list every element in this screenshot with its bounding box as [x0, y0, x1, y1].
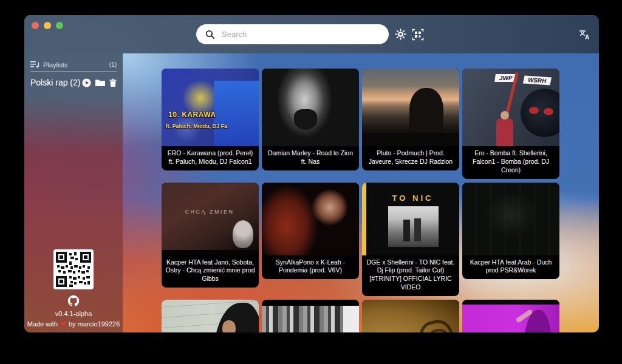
video-thumbnail	[262, 183, 359, 255]
thumb-art	[362, 133, 459, 146]
thumb-overlay-text: WSRH	[523, 75, 552, 85]
video-title: Ero - Bomba ft. Shellerini, Falcon1 - Bo…	[462, 146, 559, 179]
sidebar: Playlists (1) Polski rap (2)	[24, 53, 123, 332]
credit-line: Made with ❤ by marcio199226	[24, 320, 123, 328]
thumb-art	[416, 317, 459, 332]
video-thumbnail	[162, 300, 259, 332]
playlists-label: Playlists	[43, 61, 67, 69]
sidebar-item-playlist[interactable]: Polski rap (2)	[24, 78, 123, 87]
video-grid: 10. KARAWA ft. Paluch, Miodu, DJ Fa ERO …	[162, 69, 599, 332]
video-title: Damian Marley - Road to Zion ft. Nas	[262, 146, 359, 170]
credit-suffix: by marcio199226	[69, 320, 120, 328]
thumb-overlay-text: 10. KARAWA	[168, 110, 216, 119]
video-card[interactable]: CHCĄ ZMIEN Kacper HTA feat Jano, Sobota,…	[162, 183, 259, 288]
video-thumbnail	[462, 183, 559, 255]
sidebar-footer: v0.4.1-alpha Made with ❤ by marcio199226	[24, 249, 123, 328]
video-title: ERO - Karawana (prod. Pereł) ft. Paluch,…	[162, 146, 259, 170]
heart-icon: ❤	[60, 320, 66, 328]
github-icon[interactable]	[24, 295, 123, 307]
minimize-button[interactable]	[44, 22, 51, 29]
video-thumbnail	[262, 69, 359, 146]
playlist-list-icon	[30, 61, 39, 69]
thumb-art	[222, 320, 236, 332]
video-title: SynAlkaPono x K-Leah - Pondemia (prod. V…	[262, 255, 359, 280]
video-thumbnail: CHCĄ ZMIEN	[162, 183, 259, 255]
video-thumbnail	[262, 300, 359, 332]
thumb-art	[388, 206, 439, 247]
trash-icon[interactable]	[109, 78, 117, 87]
translate-icon[interactable]: A	[578, 29, 590, 41]
search-input[interactable]	[222, 30, 381, 39]
close-button[interactable]	[32, 22, 39, 29]
folder-icon[interactable]	[95, 79, 105, 87]
video-card[interactable]: Damian Marley - Road to Zion ft. Nas	[262, 69, 359, 170]
video-title: Kacper HTA feat Arab - Duch prod PSR&Wor…	[462, 255, 559, 280]
video-card[interactable]: TO NIC DGE x Shellerini - TO NIC feat. D…	[362, 183, 459, 296]
thumb-art	[524, 310, 552, 332]
thumb-art	[214, 81, 259, 146]
video-card[interactable]	[462, 300, 559, 332]
main-content: 10. KARAWA ft. Paluch, Miodu, DJ Fa ERO …	[123, 53, 599, 332]
video-card[interactable]	[162, 300, 259, 332]
thumb-overlay-text: TO NIC	[366, 194, 459, 203]
video-title: Kacper HTA feat Jano, Sobota, Ostry - Ch…	[162, 255, 259, 288]
video-card[interactable]: SynAlkaPono x K-Leah - Pondemia (prod. V…	[262, 183, 359, 280]
thumb-overlay-text: CHCĄ ZMIEN	[185, 209, 234, 215]
video-card[interactable]	[262, 300, 359, 332]
credit-prefix: Made with	[27, 320, 58, 328]
thumb-art	[214, 303, 259, 332]
search-icon	[204, 29, 216, 41]
video-title: DGE x Shellerini - TO NIC feat. Dj Flip …	[362, 255, 459, 296]
thumb-overlay-text: ft. Paluch, Miodu, DJ Fa	[165, 123, 227, 129]
search-bar[interactable]	[196, 24, 389, 44]
video-card[interactable]	[362, 300, 459, 332]
thumb-art	[409, 88, 443, 135]
thumb-art	[233, 220, 253, 248]
video-thumbnail: JWP WSRH	[462, 69, 559, 146]
video-thumbnail	[462, 300, 559, 332]
video-thumbnail: 10. KARAWA ft. Paluch, Miodu, DJ Fa	[162, 69, 259, 146]
playlists-header: Playlists (1)	[30, 61, 117, 72]
search-area	[196, 24, 424, 44]
app-version: v0.4.1-alpha	[24, 310, 123, 317]
video-thumbnail	[362, 300, 459, 332]
qr-scan-icon[interactable]	[412, 29, 424, 41]
gear-icon[interactable]	[394, 29, 406, 41]
play-icon[interactable]	[82, 78, 91, 87]
video-card[interactable]: Pluto - Podmuch | Prod. Javeure, Skrecze…	[362, 69, 459, 170]
playlist-actions	[82, 78, 117, 87]
video-card[interactable]: JWP WSRH Ero - Bomba ft. Shellerini, Fal…	[462, 69, 559, 179]
playlist-name: Polski rap (2)	[30, 78, 80, 87]
video-title: Pluto - Podmuch | Prod. Javeure, Skrecze…	[362, 146, 459, 170]
zoom-button[interactable]	[56, 22, 63, 29]
qr-code	[53, 249, 94, 289]
video-card[interactable]: Kacper HTA feat Arab - Duch prod PSR&Wor…	[462, 183, 559, 280]
toolbar: A	[24, 15, 599, 53]
video-card[interactable]: 10. KARAWA ft. Paluch, Miodu, DJ Fa ERO …	[162, 69, 259, 170]
traffic-lights	[32, 22, 63, 29]
app-window: A Playlists (1) Polski rap (2)	[24, 15, 599, 332]
video-thumbnail	[362, 69, 459, 146]
video-thumbnail: TO NIC	[362, 183, 459, 255]
thumb-art	[496, 118, 513, 146]
thumb-art	[521, 89, 559, 137]
playlists-count: (1)	[109, 61, 117, 68]
svg-text:A: A	[585, 34, 589, 41]
